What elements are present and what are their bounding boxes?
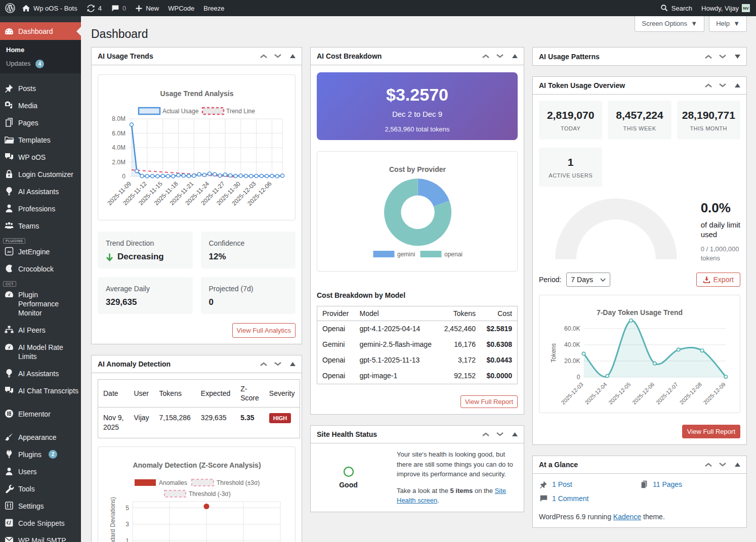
svg-text:6.0M: 6.0M [112,130,125,137]
svg-text:gemini: gemini [397,251,415,258]
svg-text:8.0M: 8.0M [112,115,125,122]
svg-text:Tokens: Tokens [550,343,557,363]
svg-text:60.0K: 60.0K [564,325,580,332]
svg-text:2025-12-08: 2025-12-08 [679,381,703,405]
svg-text:1: 1 [125,537,129,542]
svg-text:openai: openai [444,251,463,258]
svg-text:2025-12-09: 2025-12-09 [702,381,726,405]
svg-text:Actual Usage: Actual Usage [162,108,199,115]
svg-text:0: 0 [122,173,125,180]
svg-text:20.0K: 20.0K [564,357,580,365]
svg-text:2025-12-03: 2025-12-03 [560,381,584,405]
svg-text:Threshold (±3σ): Threshold (±3σ) [217,479,260,486]
svg-text:2025-12-06: 2025-12-06 [631,381,655,405]
svg-text:5: 5 [125,505,129,512]
svg-text:Jet: Jet [7,250,12,253]
svg-text:4.0M: 4.0M [112,144,125,151]
svg-text:Anomalies: Anomalies [159,479,187,486]
svg-text:3: 3 [125,521,129,528]
svg-text:Anomaly Detection (Z-Score Ana: Anomaly Detection (Z-Score Analysis) [133,461,261,469]
svg-text:0: 0 [577,374,580,381]
svg-text:Trend Line: Trend Line [226,108,255,115]
svg-text:40.0K: 40.0K [564,341,580,348]
svg-text:2025-12-07: 2025-12-07 [655,381,679,405]
svg-text:Z-Score (Standard Deviations): Z-Score (Standard Deviations) [109,497,116,542]
svg-text:2025-12-05: 2025-12-05 [607,381,632,405]
svg-text:Cost by Provider: Cost by Provider [389,165,446,173]
svg-text:Threshold (-3σ): Threshold (-3σ) [189,490,231,498]
svg-text:Usage Trend Analysis: Usage Trend Analysis [160,89,234,98]
svg-text:2.0M: 2.0M [112,159,125,166]
svg-text:2025-12-04: 2025-12-04 [583,381,608,405]
svg-text:7-Day Token Usage Trend: 7-Day Token Usage Trend [597,308,683,317]
